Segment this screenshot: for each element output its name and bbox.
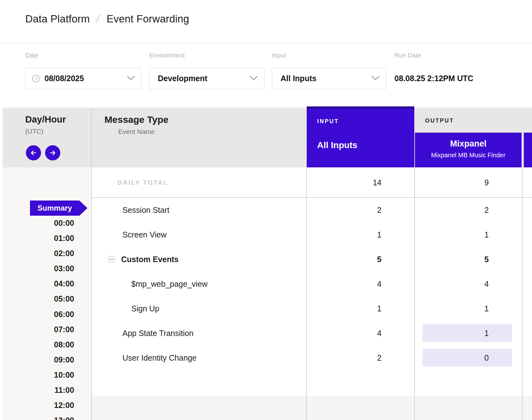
day-hour-column-subtitle: (UTC)	[25, 128, 43, 135]
input-count: 1	[306, 296, 398, 321]
next-day-button[interactable]	[45, 145, 60, 160]
input-count: 4	[306, 272, 398, 296]
event-name: App State Transition	[122, 321, 193, 345]
hour-label[interactable]: 08:00	[3, 337, 74, 352]
output-count: 1	[415, 296, 505, 321]
run-date-value: 08.08.25 2:12PM UTC	[394, 68, 473, 89]
breadcrumb-event-forwarding: Event Forwarding	[107, 13, 189, 25]
breadcrumb: Data Platform / Event Forwarding	[25, 13, 189, 25]
event-name-subtitle: Event Name	[103, 128, 170, 135]
output-count: 1	[415, 222, 505, 247]
output-column-title: Mixpanel	[415, 139, 522, 149]
table-row-screen-view: Screen View 1 1	[92, 222, 532, 247]
input-count: 1	[306, 222, 398, 247]
table-row-user-identity-change: User Identity Change 2 0	[92, 345, 532, 370]
environment-filter-label: Environment	[149, 52, 185, 59]
daily-total-input-count: 14	[306, 167, 398, 197]
output-count: 0	[415, 345, 505, 370]
clock-icon	[32, 75, 40, 83]
input-count: 4	[306, 321, 398, 345]
output-count: 4	[415, 272, 505, 296]
environment-select-value: Development	[158, 74, 207, 83]
table-row-sign-up: Sign Up 1 1	[92, 296, 532, 321]
arrow-left-icon	[29, 149, 38, 157]
chevron-down-icon	[371, 76, 380, 81]
table-footer-band	[92, 396, 532, 420]
run-date-label: Run Date	[394, 52, 421, 59]
date-filter-label: Date	[25, 52, 38, 59]
input-select[interactable]: All Inputs	[272, 68, 386, 89]
input-count: 2	[306, 345, 398, 370]
output-mixpanel-header: Mixpanel Mixpanel MB Music Finder	[415, 133, 522, 167]
collapse-minus-icon[interactable]	[108, 256, 115, 262]
page: Data Platform / Event Forwarding Date En…	[0, 0, 532, 420]
output-count: 2	[415, 198, 505, 222]
daily-total-output-count: 9	[415, 167, 505, 197]
hour-label[interactable]: 10:00	[3, 367, 74, 382]
event-group-name: Custom Events	[121, 247, 179, 272]
hour-label[interactable]: 07:00	[3, 322, 74, 337]
chevron-down-icon	[250, 76, 258, 81]
table-row-custom-events: Custom Events 5 5	[92, 247, 532, 272]
daily-total-row: DAILY TOTAL 14 9	[92, 167, 532, 198]
previous-day-button[interactable]	[26, 145, 41, 160]
hour-label[interactable]: 06:00	[3, 307, 74, 322]
table-row-app-state-transition: App State Transition 4 1	[92, 321, 532, 345]
input-filter-label: Input	[272, 52, 286, 59]
chevron-down-icon	[127, 76, 135, 81]
table-row-mp-web-page-view: $mp_web_page_view 4 4	[92, 272, 532, 296]
event-name: Session Start	[122, 198, 169, 222]
date-select-value: 08/08/2025	[44, 74, 84, 83]
input-kicker: INPUT	[317, 118, 339, 125]
input-column-title: All Inputs	[317, 140, 358, 150]
summary-row-badge[interactable]: Summary	[30, 201, 87, 216]
output-count: 5	[415, 247, 505, 272]
environment-select[interactable]: Development	[149, 68, 264, 89]
hour-label[interactable]: 11:00	[3, 382, 74, 398]
breadcrumb-data-platform[interactable]: Data Platform	[25, 13, 90, 25]
hour-label[interactable]: 01:00	[3, 231, 74, 246]
input-column-header: INPUT All Inputs	[307, 106, 414, 167]
event-name: Screen View	[122, 222, 167, 247]
top-bar: Data Platform / Event Forwarding	[0, 0, 532, 43]
event-name: Sign Up	[131, 296, 159, 321]
arrow-right-icon	[49, 149, 57, 157]
output-kicker: OUTPUT	[425, 117, 454, 124]
breadcrumb-separator-icon: /	[95, 13, 101, 25]
hour-label[interactable]: 12:00	[3, 398, 74, 413]
daily-total-label: DAILY TOTAL	[117, 167, 168, 198]
message-type-title: Message Type	[103, 114, 170, 125]
hour-label[interactable]: 09:00	[3, 352, 74, 367]
event-name: $mp_web_page_view	[131, 272, 208, 296]
output-column-subtitle: Mixpanel MB Music Finder	[415, 152, 522, 159]
hour-label[interactable]: 05:00	[3, 291, 74, 306]
hour-label[interactable]: 03:00	[3, 261, 74, 276]
hour-label[interactable]: 13:00	[3, 413, 74, 420]
day-hour-column-title: Day/Hour	[25, 114, 66, 125]
date-select[interactable]: 08/08/2025	[25, 68, 142, 89]
hour-label[interactable]: 02:00	[3, 246, 74, 261]
output-count: 1	[415, 321, 505, 345]
table-row-session-start: Session Start 2 2	[92, 198, 532, 222]
hour-label[interactable]: 00:00	[3, 215, 74, 231]
message-type-header: Message Type Event Name	[103, 114, 170, 135]
output-next-column-header-partial	[524, 133, 532, 167]
input-select-value: All Inputs	[281, 74, 316, 83]
event-name: User Identity Change	[122, 345, 197, 370]
hour-list: 00:00 01:00 02:00 03:00 04:00 05:00 06:0…	[3, 215, 74, 420]
hour-label[interactable]: 04:00	[3, 276, 74, 291]
input-count: 5	[306, 247, 398, 272]
input-count: 2	[306, 198, 398, 222]
